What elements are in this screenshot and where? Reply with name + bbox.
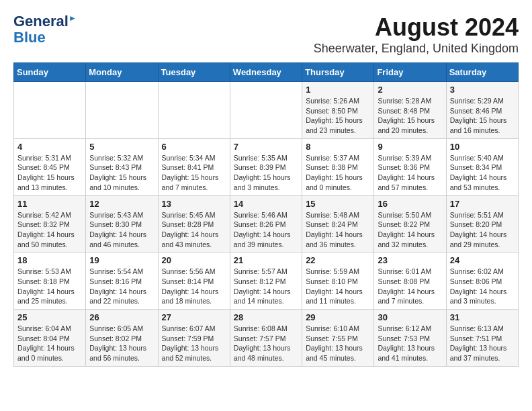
day-info: Sunrise: 5:35 AM Sunset: 8:39 PM Dayligh… — [234, 153, 298, 193]
day-info: Sunrise: 5:45 AM Sunset: 8:28 PM Dayligh… — [162, 210, 226, 250]
calendar-day-18: 18Sunrise: 5:53 AM Sunset: 8:18 PM Dayli… — [14, 253, 86, 310]
day-info: Sunrise: 5:39 AM Sunset: 8:36 PM Dayligh… — [378, 153, 442, 193]
day-number: 11 — [17, 199, 82, 209]
calendar-day-24: 24Sunrise: 6:02 AM Sunset: 8:06 PM Dayli… — [446, 253, 518, 310]
day-number: 17 — [450, 199, 515, 209]
day-info: Sunrise: 6:13 AM Sunset: 7:51 PM Dayligh… — [450, 324, 515, 363]
calendar-day-10: 10Sunrise: 5:40 AM Sunset: 8:34 PM Dayli… — [446, 138, 518, 195]
col-header-friday: Friday — [374, 63, 446, 82]
day-info: Sunrise: 6:05 AM Sunset: 8:02 PM Dayligh… — [89, 324, 154, 363]
day-info: Sunrise: 5:32 AM Sunset: 8:43 PM Dayligh… — [89, 153, 154, 193]
col-header-tuesday: Tuesday — [158, 63, 230, 82]
calendar-day-31: 31Sunrise: 6:13 AM Sunset: 7:51 PM Dayli… — [446, 310, 518, 367]
day-info: Sunrise: 5:46 AM Sunset: 8:26 PM Dayligh… — [234, 210, 298, 250]
calendar-day-8: 8Sunrise: 5:37 AM Sunset: 8:38 PM Daylig… — [302, 138, 374, 195]
day-number: 9 — [378, 142, 442, 152]
page-header: General► Blue August 2024 Sheerwater, En… — [13, 13, 519, 56]
day-info: Sunrise: 5:54 AM Sunset: 8:16 PM Dayligh… — [89, 267, 154, 306]
calendar-day-27: 27Sunrise: 6:07 AM Sunset: 7:59 PM Dayli… — [158, 310, 230, 367]
calendar-day-7: 7Sunrise: 5:35 AM Sunset: 8:39 PM Daylig… — [230, 138, 302, 195]
day-number: 28 — [234, 312, 298, 322]
calendar-day-20: 20Sunrise: 5:56 AM Sunset: 8:14 PM Dayli… — [158, 253, 230, 310]
day-number: 19 — [89, 255, 154, 265]
day-number: 26 — [89, 312, 154, 322]
calendar-day-6: 6Sunrise: 5:34 AM Sunset: 8:41 PM Daylig… — [158, 138, 230, 195]
day-info: Sunrise: 5:34 AM Sunset: 8:41 PM Dayligh… — [162, 153, 226, 193]
day-info: Sunrise: 5:50 AM Sunset: 8:22 PM Dayligh… — [378, 210, 442, 250]
day-info: Sunrise: 5:53 AM Sunset: 8:18 PM Dayligh… — [17, 267, 82, 306]
day-info: Sunrise: 5:59 AM Sunset: 8:10 PM Dayligh… — [306, 267, 370, 306]
day-info: Sunrise: 5:28 AM Sunset: 8:48 PM Dayligh… — [378, 96, 442, 136]
calendar-day-9: 9Sunrise: 5:39 AM Sunset: 8:36 PM Daylig… — [374, 138, 446, 195]
day-number: 3 — [450, 85, 515, 95]
day-info: Sunrise: 5:26 AM Sunset: 8:50 PM Dayligh… — [306, 96, 370, 136]
calendar-day-25: 25Sunrise: 6:04 AM Sunset: 8:04 PM Dayli… — [14, 310, 86, 367]
day-number: 6 — [162, 142, 226, 152]
day-info: Sunrise: 5:42 AM Sunset: 8:32 PM Dayligh… — [17, 210, 82, 250]
col-header-thursday: Thursday — [302, 63, 374, 82]
day-info: Sunrise: 5:37 AM Sunset: 8:38 PM Dayligh… — [306, 153, 370, 193]
calendar-day-23: 23Sunrise: 6:01 AM Sunset: 8:08 PM Dayli… — [374, 253, 446, 310]
day-number: 12 — [89, 199, 154, 209]
day-number: 23 — [378, 255, 442, 265]
calendar-day-3: 3Sunrise: 5:29 AM Sunset: 8:46 PM Daylig… — [446, 82, 518, 139]
calendar-empty-cell — [158, 82, 230, 139]
calendar-empty-cell — [14, 82, 86, 139]
calendar-day-21: 21Sunrise: 5:57 AM Sunset: 8:12 PM Dayli… — [230, 253, 302, 310]
calendar-day-29: 29Sunrise: 6:10 AM Sunset: 7:55 PM Dayli… — [302, 310, 374, 367]
day-info: Sunrise: 5:40 AM Sunset: 8:34 PM Dayligh… — [450, 153, 515, 193]
day-info: Sunrise: 6:08 AM Sunset: 7:57 PM Dayligh… — [234, 324, 298, 363]
calendar-day-26: 26Sunrise: 6:05 AM Sunset: 8:02 PM Dayli… — [86, 310, 158, 367]
col-header-monday: Monday — [86, 63, 158, 82]
calendar-week-row: 11Sunrise: 5:42 AM Sunset: 8:32 PM Dayli… — [14, 195, 519, 253]
calendar-day-28: 28Sunrise: 6:08 AM Sunset: 7:57 PM Dayli… — [230, 310, 302, 367]
logo-text: General► Blue — [13, 13, 77, 46]
calendar-day-5: 5Sunrise: 5:32 AM Sunset: 8:43 PM Daylig… — [86, 138, 158, 195]
day-info: Sunrise: 6:10 AM Sunset: 7:55 PM Dayligh… — [306, 324, 370, 363]
day-info: Sunrise: 5:29 AM Sunset: 8:46 PM Dayligh… — [450, 96, 515, 136]
day-number: 1 — [306, 85, 370, 95]
day-info: Sunrise: 5:51 AM Sunset: 8:20 PM Dayligh… — [450, 210, 515, 250]
day-info: Sunrise: 6:04 AM Sunset: 8:04 PM Dayligh… — [17, 324, 82, 363]
col-header-saturday: Saturday — [446, 63, 518, 82]
calendar-day-1: 1Sunrise: 5:26 AM Sunset: 8:50 PM Daylig… — [302, 82, 374, 139]
day-number: 5 — [89, 142, 154, 152]
calendar-day-13: 13Sunrise: 5:45 AM Sunset: 8:28 PM Dayli… — [158, 195, 230, 253]
calendar-day-14: 14Sunrise: 5:46 AM Sunset: 8:26 PM Dayli… — [230, 195, 302, 253]
day-info: Sunrise: 6:01 AM Sunset: 8:08 PM Dayligh… — [378, 267, 442, 306]
calendar-week-row: 4Sunrise: 5:31 AM Sunset: 8:45 PM Daylig… — [14, 138, 519, 195]
day-number: 2 — [378, 85, 442, 95]
calendar-day-12: 12Sunrise: 5:43 AM Sunset: 8:30 PM Dayli… — [86, 195, 158, 253]
day-number: 22 — [306, 255, 370, 265]
col-header-sunday: Sunday — [14, 63, 86, 82]
calendar-empty-cell — [86, 82, 158, 139]
day-number: 14 — [234, 199, 298, 209]
title-block: August 2024 Sheerwater, England, United … — [314, 13, 519, 56]
day-number: 27 — [162, 312, 226, 322]
calendar-week-row: 18Sunrise: 5:53 AM Sunset: 8:18 PM Dayli… — [14, 253, 519, 310]
day-number: 16 — [378, 199, 442, 209]
day-info: Sunrise: 6:02 AM Sunset: 8:06 PM Dayligh… — [450, 267, 515, 306]
page-title: August 2024 — [314, 13, 519, 42]
day-info: Sunrise: 5:48 AM Sunset: 8:24 PM Dayligh… — [306, 210, 370, 250]
calendar-day-4: 4Sunrise: 5:31 AM Sunset: 8:45 PM Daylig… — [14, 138, 86, 195]
day-info: Sunrise: 5:56 AM Sunset: 8:14 PM Dayligh… — [162, 267, 226, 306]
calendar-day-15: 15Sunrise: 5:48 AM Sunset: 8:24 PM Dayli… — [302, 195, 374, 253]
day-number: 8 — [306, 142, 370, 152]
day-info: Sunrise: 6:12 AM Sunset: 7:53 PM Dayligh… — [378, 324, 442, 363]
day-number: 31 — [450, 312, 515, 322]
day-number: 25 — [17, 312, 82, 322]
day-number: 15 — [306, 199, 370, 209]
calendar-day-30: 30Sunrise: 6:12 AM Sunset: 7:53 PM Dayli… — [374, 310, 446, 367]
day-number: 4 — [17, 142, 82, 152]
page-subtitle: Sheerwater, England, United Kingdom — [314, 42, 519, 56]
calendar-header-row: SundayMondayTuesdayWednesdayThursdayFrid… — [14, 63, 519, 82]
calendar-day-17: 17Sunrise: 5:51 AM Sunset: 8:20 PM Dayli… — [446, 195, 518, 253]
calendar-day-22: 22Sunrise: 5:59 AM Sunset: 8:10 PM Dayli… — [302, 253, 374, 310]
day-number: 29 — [306, 312, 370, 322]
calendar-day-2: 2Sunrise: 5:28 AM Sunset: 8:48 PM Daylig… — [374, 82, 446, 139]
day-number: 20 — [162, 255, 226, 265]
calendar-day-19: 19Sunrise: 5:54 AM Sunset: 8:16 PM Dayli… — [86, 253, 158, 310]
calendar-table: SundayMondayTuesdayWednesdayThursdayFrid… — [13, 62, 519, 367]
calendar-week-row: 25Sunrise: 6:04 AM Sunset: 8:04 PM Dayli… — [14, 310, 519, 367]
